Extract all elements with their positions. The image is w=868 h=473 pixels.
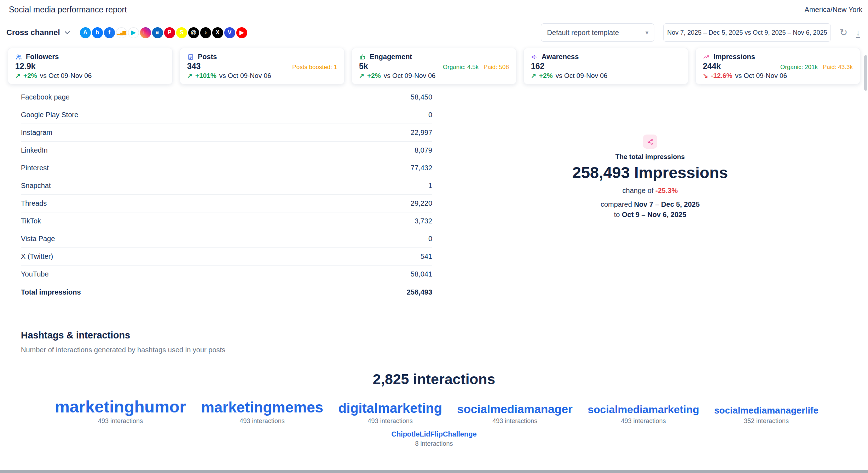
kpi-row: Followers12.9k↗+2%vs Oct 09-Nov 06Posts3… (0, 44, 868, 84)
platform-impressions: 0 (428, 111, 432, 119)
linkedin-icon[interactable]: in (152, 27, 163, 38)
download-button[interactable]: ↓ (856, 28, 860, 38)
impressions-icon (703, 53, 710, 61)
platform-impressions: 22,997 (411, 129, 432, 137)
refresh-icon: ↻ (839, 27, 847, 38)
kpi-value: 5k (359, 62, 368, 71)
google-play-icon[interactable]: ▶ (128, 27, 139, 38)
kpi-extra-label: Paid: 508 (484, 64, 509, 71)
table-row: X (Twitter)541 (21, 248, 432, 266)
hashtag-cloud: marketinghumor493 interactionsmarketingm… (0, 398, 868, 425)
kpi-value: 12.9k (15, 62, 36, 71)
hashtag-item: marketingmemes493 interactions (201, 400, 323, 425)
bluesky-icon[interactable]: b (92, 27, 103, 38)
kpi-value: 162 (531, 62, 544, 71)
hashtag-item: socialmediamarketing493 interactions (588, 404, 699, 425)
kpi-change: +101% (195, 72, 216, 80)
hashtag-item: marketinghumor493 interactions (55, 398, 186, 425)
table-row: Google Play Store0 (21, 106, 432, 124)
platform-impressions: 77,432 (411, 164, 432, 172)
posts-icon (187, 53, 194, 61)
hashtag-item: digitalmarketing493 interactions (338, 401, 442, 425)
youtube-icon[interactable]: ▶ (236, 27, 247, 38)
kpi-value: 244k (703, 62, 721, 71)
date-range-value: Nov 7, 2025 – Dec 5, 2025 vs Oct 9, 2025… (667, 29, 827, 36)
tiktok-icon[interactable]: ♪ (200, 27, 211, 38)
pinterest-icon[interactable]: P (164, 27, 175, 38)
hashtag-count: 8 interactions (415, 440, 453, 448)
summary-headline: 258,493 Impressions (572, 164, 728, 182)
hashtag-count: 493 interactions (98, 417, 143, 425)
hashtag-label: socialmediamanagerlife (714, 406, 818, 415)
kpi-compare-period: vs Oct 09-Nov 06 (384, 72, 436, 80)
hashtag-count: 493 interactions (621, 417, 666, 425)
kpi-extra-label: Paid: 43.3k (823, 64, 853, 71)
summary-compare-prefix: compared (601, 200, 632, 208)
platform-impressions: 3,732 (415, 217, 432, 225)
platform-impressions: 1 (428, 182, 432, 190)
kpi-label: Posts (198, 53, 217, 61)
platform-name: Facebook page (21, 93, 70, 101)
date-range-selector[interactable]: Nov 7, 2025 – Dec 5, 2025 vs Oct 9, 2025… (663, 23, 831, 42)
summary-to-range: Oct 9 – Nov 6, 2025 (622, 211, 686, 218)
caret-down-icon: ▾ (646, 29, 649, 36)
kpi-change: -12.6% (711, 72, 732, 80)
snapchat-icon[interactable]: S (176, 27, 187, 38)
trend-arrow-icon: ↗ (359, 72, 364, 80)
hashtag-item: socialmediamanagerlife352 interactions (714, 406, 818, 425)
platform-name: Google Play Store (21, 111, 78, 119)
facebook-icon[interactable]: f (104, 27, 115, 38)
awareness-icon (531, 53, 538, 61)
refresh-button[interactable]: ↻ (839, 28, 847, 38)
kpi-label: Followers (26, 53, 59, 61)
kpi-card-awareness: Awareness162↗+2%vs Oct 09-Nov 06 (523, 48, 688, 84)
summary-change-value: -25.3% (655, 187, 678, 194)
kpi-extra-label: Organic: 4.5k (443, 64, 479, 71)
app-store-icon[interactable]: A (80, 27, 91, 38)
platform-name: Instagram (21, 129, 52, 137)
table-row: Snapchat1 (21, 177, 432, 195)
page-title: Social media performance report (9, 5, 127, 15)
app-header: Social media performance report America/… (0, 0, 868, 19)
hashtag-count: 493 interactions (240, 417, 285, 425)
analytics-icon[interactable]: ▂▄▆ (116, 27, 127, 38)
hashtag-label: socialmediamarketing (588, 404, 699, 415)
vertical-scrollbar[interactable] (864, 55, 867, 91)
vista-page-icon[interactable]: V (224, 27, 235, 38)
template-selector[interactable]: Default report template ▾ (541, 23, 654, 42)
impressions-table: Facebook page58,450Google Play Store0Ins… (21, 89, 432, 301)
platform-impressions: 58,450 (411, 93, 432, 101)
kpi-change: +2% (539, 72, 553, 80)
table-row: Pinterest77,432 (21, 159, 432, 177)
trend-arrow-icon: ↗ (187, 72, 192, 80)
chevron-down-icon (64, 31, 70, 34)
hashtag-label: socialmediamanager (457, 403, 573, 415)
platform-impressions: 0 (428, 235, 432, 243)
hashtag-label: digitalmarketing (338, 401, 442, 415)
engagement-icon (359, 53, 366, 61)
total-value: 258,493 (407, 288, 432, 296)
summary-to-prefix: to (614, 211, 620, 218)
x-icon[interactable]: X (212, 27, 223, 38)
table-row: Vista Page0 (21, 230, 432, 248)
channel-selector[interactable]: Cross channel (6, 28, 70, 37)
threads-icon[interactable]: @ (188, 27, 199, 38)
followers-icon (15, 53, 22, 61)
hashtag-count: 493 interactions (368, 417, 413, 425)
summary-change-prefix: change of (623, 187, 654, 194)
instagram-icon[interactable]: □ (140, 27, 151, 38)
kpi-extra-label: Posts boosted: 1 (292, 64, 337, 71)
horizontal-scrollbar[interactable] (0, 470, 868, 473)
trend-arrow-icon: ↗ (15, 72, 21, 80)
platform-name: TikTok (21, 217, 41, 225)
platform-name: Vista Page (21, 235, 55, 243)
template-selector-value: Default report template (547, 29, 619, 37)
summary-compare-range: Nov 7 – Dec 5, 2025 (634, 200, 700, 208)
kpi-label: Impressions (713, 53, 755, 61)
hashtag-item: socialmediamanager493 interactions (457, 403, 573, 425)
platform-icon-list: Abf▂▄▆▶□inPS@♪XV▶ (80, 27, 247, 38)
hashtag-label: marketingmemes (201, 400, 323, 415)
kpi-label: Engagement (370, 53, 412, 61)
kpi-card-posts: Posts343Posts boosted: 1↗+101%vs Oct 09-… (180, 48, 345, 84)
platform-name: X (Twitter) (21, 252, 53, 261)
